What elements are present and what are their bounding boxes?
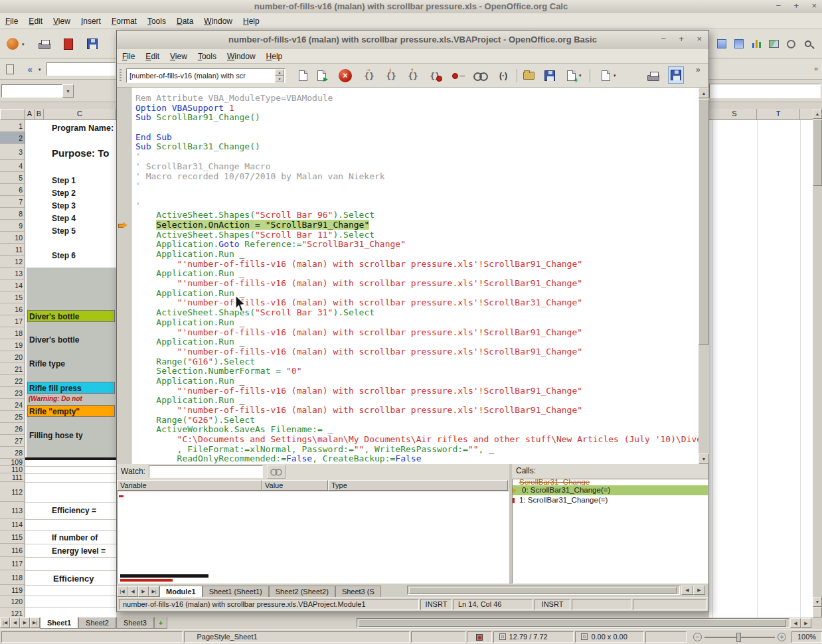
row-header-7[interactable]: 7 [0, 196, 25, 208]
row-header-13[interactable]: 13 [0, 268, 25, 280]
scroll-right-button[interactable]: ▶ [801, 618, 811, 628]
save-document-icon[interactable] [542, 68, 558, 84]
paste-icon[interactable] [3, 62, 17, 76]
code-line-19[interactable]: Application.Run _ [135, 269, 699, 279]
name-box-input[interactable] [1, 84, 62, 98]
code-line-37[interactable]: , FileFormat:=xlNormal, Password:="", Wr… [135, 445, 699, 455]
code-line-11[interactable] [135, 191, 699, 201]
vertical-scrollbar-thumb[interactable] [813, 120, 822, 186]
sheet-tab-sheet1[interactable]: Sheet1 [40, 617, 78, 629]
new-module-icon[interactable]: + [563, 68, 579, 84]
menu-window[interactable]: Window [199, 15, 238, 28]
code-scrollbar-thumb[interactable] [699, 99, 709, 345]
basic-titlebar[interactable]: number-of-fills-v16 (malan) with scrollb… [117, 31, 708, 49]
code-line-9[interactable]: ' Macro recorded 10/07/2010 by Malan van… [135, 172, 699, 182]
code-line-10[interactable]: ' [135, 181, 699, 191]
cell-efficiency-eq[interactable]: Efficiency = [52, 506, 96, 515]
code-line-36[interactable]: "C:\Documents and Settings\malan\My Docu… [135, 435, 699, 445]
cell-rifle-fill-pressure[interactable]: Rifle fill press [27, 382, 115, 394]
basic-tab-scroll-right[interactable]: ▶ [693, 586, 705, 595]
column-header-A[interactable]: A [25, 109, 35, 120]
watch-column-variable[interactable]: Variable [117, 480, 262, 491]
code-line-16[interactable]: Application.Goto Reference:="ScrollBar31… [135, 240, 699, 250]
library-spin-up[interactable]: ▲ [275, 69, 284, 76]
sort-descending-icon[interactable] [732, 37, 746, 51]
basic-previous-tab-button[interactable]: ◀ [127, 586, 138, 597]
row-header-18[interactable]: 18 [0, 327, 25, 339]
export-pdf-icon[interactable] [61, 37, 76, 51]
undo-icon[interactable]: « [23, 62, 37, 76]
watch-enable-button[interactable] [267, 465, 286, 479]
save-highlighted-icon[interactable] [668, 66, 684, 84]
watch-column-type[interactable]: Type [328, 480, 508, 491]
new-document-icon[interactable] [5, 37, 20, 51]
row-header-121[interactable]: 121 [0, 607, 25, 617]
cell-divers-bottle-1[interactable]: Diver's bottle [27, 310, 115, 322]
row-header-27[interactable]: 27 [0, 435, 25, 447]
menu-format[interactable]: Format [106, 15, 142, 28]
calc-minimize-button[interactable]: − [776, 1, 781, 11]
row-header-8[interactable]: 8 [0, 208, 25, 220]
basic-last-tab-button[interactable]: ▶| [149, 586, 159, 597]
basic-tab-scroll-left[interactable]: ◀ [681, 586, 693, 595]
row-header-22[interactable]: 22 [0, 375, 25, 387]
library-spin-down[interactable]: ▼ [275, 76, 284, 82]
column-header-T[interactable]: T [757, 109, 800, 120]
code-line-4[interactable] [135, 123, 699, 133]
menu-view[interactable]: View [165, 50, 193, 63]
code-scroll-down[interactable]: ▼ [699, 453, 709, 464]
code-line-14[interactable]: Selection.OnAction = "ScrollBar91_Change… [135, 220, 699, 230]
basic-minimize-button[interactable]: − [661, 34, 667, 44]
code-line-33[interactable]: "'number-of-fills-v16 (malan) with scrol… [135, 406, 699, 416]
navigator-icon[interactable] [783, 37, 798, 51]
calc-vertical-scrollbar[interactable]: ▲ ▼ [813, 109, 822, 617]
zoom-slider[interactable] [704, 637, 775, 638]
cell-rifle-type[interactable]: Rifle type [29, 359, 65, 368]
menu-tools[interactable]: Tools [142, 15, 171, 28]
code-line-6[interactable]: Sub ScrollBar31_Change() [135, 142, 699, 152]
row-header-111[interactable]: 111 [0, 473, 25, 482]
scroll-up-button[interactable]: ▲ [813, 109, 822, 119]
call-stack-item[interactable]: 1: ScrollBar31_Change(=) [513, 495, 708, 505]
code-line-5[interactable]: End Sub [135, 133, 699, 143]
code-line-21[interactable]: Application.Run _ [135, 289, 699, 299]
row-header-116[interactable]: 116 [0, 544, 25, 557]
watch-list[interactable] [117, 491, 509, 584]
call-stack-list[interactable]: ScrollBar31_Change0: ScrollBar31_Change(… [512, 479, 708, 584]
font-name-combo[interactable] [46, 62, 116, 76]
code-line-12[interactable]: ' [135, 201, 699, 211]
cell-divers-bottle-2[interactable]: Diver's bottle [29, 335, 80, 345]
menu-insert[interactable]: Insert [76, 15, 106, 28]
formula-input[interactable] [709, 84, 821, 98]
next-sheet-button[interactable]: ▶ [20, 617, 30, 628]
basic-toolbar-overflow[interactable]: » [696, 65, 700, 74]
menu-tools[interactable]: Tools [193, 50, 222, 63]
stop-icon[interactable]: × [337, 68, 353, 84]
basic-maximize-button[interactable]: + [679, 34, 684, 44]
row-header-4[interactable]: 4 [0, 160, 25, 172]
status-zoom-percent[interactable]: 100% [791, 631, 822, 643]
row-header-21[interactable]: 21 [0, 363, 25, 375]
code-line-26[interactable]: Application.Run _ [135, 337, 699, 347]
cell-purpose[interactable]: Purpose: To [52, 147, 109, 159]
basic-ide-window[interactable]: number-of-fills-v16 (malan) with scrollb… [116, 30, 709, 612]
code-line-28[interactable]: Range("G16").Select [135, 357, 699, 367]
menu-edit[interactable]: Edit [23, 15, 48, 28]
code-line-38[interactable]: ReadOnlyRecommended:=False, CreateBackup… [135, 454, 699, 464]
code-line-7[interactable]: ' [135, 152, 699, 162]
module-tab-sheet3[interactable]: Sheet3 (S [335, 586, 381, 597]
row-header-6[interactable]: 6 [0, 184, 25, 196]
row-header-3[interactable]: 3 [0, 144, 25, 160]
module-tab-sheet1[interactable]: Sheet1 (Sheet1) [203, 586, 269, 597]
code-line-35[interactable]: ActiveWorkbook.SaveAs Filename:= _ [135, 425, 699, 435]
add-sheet-button[interactable]: + [154, 617, 167, 629]
zoom-slider-thumb[interactable] [736, 633, 741, 642]
toolbar-grip[interactable] [120, 69, 122, 82]
row-header-24[interactable]: 24 [0, 399, 25, 411]
module-tab-module1[interactable]: Module1 [159, 586, 203, 597]
basic-next-tab-button[interactable]: ▶ [138, 586, 149, 597]
sort-ascending-icon[interactable] [714, 37, 729, 51]
code-line-1[interactable]: Rem Attribute VBA_ModuleType=VBAModule [135, 94, 699, 104]
basic-first-tab-button[interactable]: |◀ [117, 586, 127, 597]
cell-step1[interactable]: Step 1 [52, 176, 76, 185]
